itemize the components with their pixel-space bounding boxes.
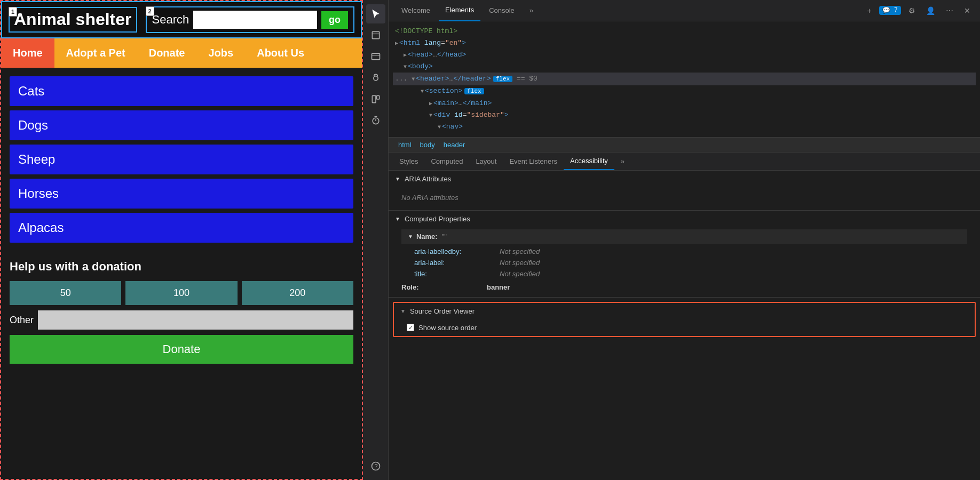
computed-properties-section: ▼ Computed Properties ▼ Name: "" aria-la… xyxy=(389,211,980,298)
dom-head[interactable]: ▶<head>…</head> xyxy=(395,49,974,61)
tab-more[interactable]: » xyxy=(523,0,540,21)
inspect-icon[interactable] xyxy=(366,26,385,45)
other-row: Other xyxy=(10,310,353,330)
svg-rect-6 xyxy=(376,95,379,99)
source-order-section: ▼ Source Order Viewer ✓ Show source orde… xyxy=(393,302,976,337)
search-label: Search xyxy=(152,13,189,27)
list-item[interactable]: Alpacas xyxy=(10,213,353,243)
role-row: Role: banner xyxy=(401,282,967,293)
settings-button[interactable]: ⚙ xyxy=(905,4,919,17)
topbar-right: + 💬 7 ⚙ 👤 ⋯ ✕ xyxy=(864,4,974,17)
breadcrumb-header[interactable]: header xyxy=(440,140,468,150)
aria-section-header[interactable]: ▼ ARIA Attributes xyxy=(389,171,980,187)
dom-main[interactable]: ▶<main>…</main> xyxy=(395,98,974,109)
dom-section[interactable]: ▼<section>flex xyxy=(395,85,974,97)
breadcrumb-html[interactable]: html xyxy=(395,140,415,150)
other-amount-input[interactable] xyxy=(38,310,353,330)
help-icon[interactable]: ? xyxy=(366,457,385,476)
source-order-header[interactable]: ▼ Source Order Viewer xyxy=(394,303,975,319)
amount-100-button[interactable]: 100 xyxy=(125,281,237,305)
title-key: title: xyxy=(414,270,500,278)
no-aria-text: No ARIA attributes xyxy=(401,189,967,206)
right-panel: Welcome Elements Console » + 💬 7 ⚙ 👤 ⋯ ✕… xyxy=(389,0,980,480)
dom-nav[interactable]: ▼<nav> xyxy=(395,121,974,133)
nav-item-adopt[interactable]: Adopt a Pet xyxy=(54,38,137,68)
computed-section-title: Computed Properties xyxy=(405,215,470,223)
dom-body[interactable]: ▼<body> xyxy=(395,61,974,73)
comment-badge: 💬 7 xyxy=(879,6,901,15)
tab-panel-more[interactable]: » xyxy=(614,153,631,170)
tab-layout[interactable]: Layout xyxy=(469,153,503,170)
nav-item-home[interactable]: Home xyxy=(1,38,54,68)
site-header: 1 Animal shelter 2 Search go xyxy=(1,1,362,38)
animal-list: Cats Dogs Sheep Horses Alpacas xyxy=(1,68,362,251)
tab-event-listeners[interactable]: Event Listeners xyxy=(503,153,564,170)
logo-box: 1 Animal shelter xyxy=(9,7,137,32)
donation-amounts: 50 100 200 xyxy=(10,281,353,305)
role-key: Role: xyxy=(401,283,487,291)
list-item[interactable]: Cats xyxy=(10,76,353,106)
computed-section-header[interactable]: ▼ Computed Properties xyxy=(389,211,980,227)
dom-html[interactable]: ▶<html lang="en"> xyxy=(395,37,974,49)
list-item[interactable]: Horses xyxy=(10,179,353,209)
source-order-content: ✓ Show source order xyxy=(394,319,975,336)
computed-triangle: ▼ xyxy=(395,216,400,222)
amount-200-button[interactable]: 200 xyxy=(242,281,353,305)
aria-labelledby-key: aria-labelledby: xyxy=(414,247,500,255)
dom-tree: <!DOCTYPE html> ▶<html lang="en"> ▶<head… xyxy=(389,21,980,138)
donation-title: Help us with a donation xyxy=(10,260,353,274)
site-nav: Home Adopt a Pet Donate Jobs About Us xyxy=(1,38,362,68)
tab-accessibility[interactable]: Accessibility xyxy=(564,153,614,170)
left-panel: 1 Animal shelter 2 Search go Home Adopt … xyxy=(0,0,363,480)
list-item[interactable]: Dogs xyxy=(10,110,353,140)
order-badge-1: 1 xyxy=(9,7,17,17)
source-order-title: Source Order Viewer xyxy=(410,307,475,315)
computed-name-label: Name: xyxy=(416,233,438,241)
accessibility-panel: ▼ ARIA Attributes No ARIA attributes ▼ C… xyxy=(389,171,980,480)
tab-elements[interactable]: Elements xyxy=(439,0,480,21)
search-input[interactable] xyxy=(193,11,317,29)
title-val: Not specified xyxy=(500,270,540,278)
aria-section-title: ARIA Attributes xyxy=(405,175,451,183)
order-badge-2: 2 xyxy=(146,6,154,16)
devtools-sidebar: ? xyxy=(363,0,389,480)
go-button[interactable]: go xyxy=(321,11,348,29)
donate-button[interactable]: Donate xyxy=(10,335,353,364)
computed-section-content: ▼ Name: "" aria-labelledby: Not specifie… xyxy=(389,227,980,297)
profile-button[interactable]: 👤 xyxy=(923,4,938,17)
add-tab-button[interactable]: + xyxy=(864,4,874,17)
breadcrumb-body[interactable]: body xyxy=(417,140,438,150)
source-order-triangle: ▼ xyxy=(400,308,406,314)
svg-rect-5 xyxy=(372,95,376,102)
svg-point-7 xyxy=(373,118,379,124)
bug-icon[interactable] xyxy=(366,68,385,87)
paint-icon[interactable] xyxy=(366,90,385,109)
close-button[interactable]: ✕ xyxy=(961,4,974,17)
tab-welcome[interactable]: Welcome xyxy=(395,0,437,21)
svg-rect-0 xyxy=(372,31,379,38)
tab-console[interactable]: Console xyxy=(483,0,521,21)
cursor-icon[interactable] xyxy=(366,4,385,23)
nav-item-donate[interactable]: Donate xyxy=(137,38,197,68)
screenshot-icon[interactable] xyxy=(366,47,385,66)
tab-styles[interactable]: Styles xyxy=(393,153,424,170)
list-item[interactable]: Sheep xyxy=(10,145,353,174)
svg-point-4 xyxy=(373,76,377,81)
svg-rect-2 xyxy=(372,53,380,60)
devtools-topbar: Welcome Elements Console » + 💬 7 ⚙ 👤 ⋯ ✕ xyxy=(389,0,980,21)
role-val: banner xyxy=(487,283,510,291)
dom-header[interactable]: ... ▼<header>…</header>flex == $0 xyxy=(393,73,976,85)
amount-50-button[interactable]: 50 xyxy=(10,281,121,305)
dom-div-sidebar[interactable]: ▼<div id="sidebar"> xyxy=(395,109,974,121)
timer-icon[interactable] xyxy=(366,111,385,130)
donation-section: Help us with a donation 50 100 200 Other… xyxy=(1,251,362,372)
tab-computed[interactable]: Computed xyxy=(424,153,469,170)
nav-item-aboutus[interactable]: About Us xyxy=(245,38,316,68)
more-options-button[interactable]: ⋯ xyxy=(943,4,957,17)
nav-item-jobs[interactable]: Jobs xyxy=(197,38,246,68)
computed-name-row: ▼ Name: "" xyxy=(401,229,967,244)
panel-tabs: Styles Computed Layout Event Listeners A… xyxy=(389,153,980,171)
aria-labelledby-row: aria-labelledby: Not specified xyxy=(401,246,967,257)
show-source-order-checkbox[interactable]: ✓ xyxy=(407,324,414,331)
aria-label-row: aria-label: Not specified xyxy=(401,257,967,268)
